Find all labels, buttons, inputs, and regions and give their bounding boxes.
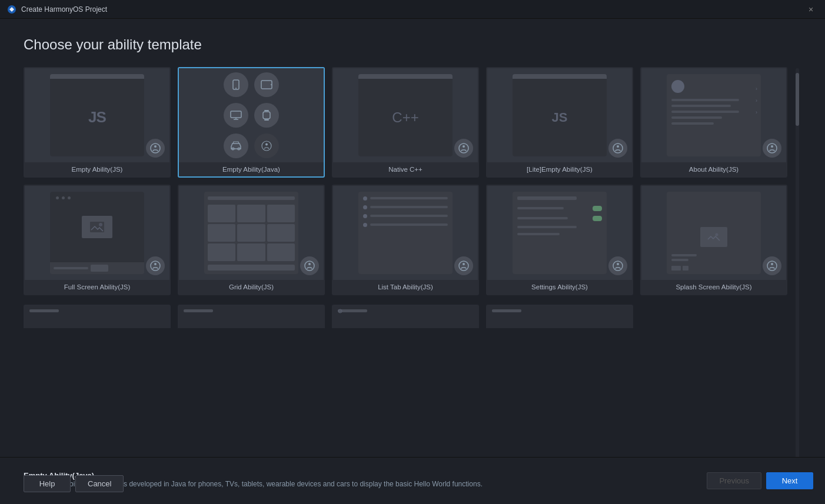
template-card-empty-ability-js[interactable]: JS Empty Ability(JS) [24,67,171,178]
selected-info: Empty Ability(Java) This Feature Ability… [24,471,801,488]
scrollbar[interactable] [793,67,801,457]
template-preview-splash [641,186,786,280]
help-button[interactable]: Help [24,475,71,492]
template-name-listtab: List Tab Ability(JS) [375,283,435,291]
template-name-empty-ability-js: Empty Ability(JS) [69,166,125,173]
harmony-badge-fullscreen [146,256,165,275]
svg-point-17 [459,143,468,153]
svg-point-19 [613,143,623,153]
partial-card-5 [640,305,787,328]
template-card-empty-ability-java[interactable]: Empty Ability(Java) [178,67,325,178]
svg-point-15 [262,141,271,151]
svg-point-2 [154,145,157,148]
svg-point-32 [617,263,619,265]
partial-card-1[interactable] [24,305,171,328]
template-preview-lite-js: JS [487,68,632,162]
templates-area: JS Empty Ability(JS) [24,67,801,457]
svg-point-30 [463,263,465,265]
template-card-settings[interactable]: Settings Ability(JS) [486,185,633,295]
template-name-empty-ability-java: Empty Ability(Java) [220,166,282,173]
partial-card-3[interactable] [332,305,479,328]
svg-rect-5 [261,81,272,89]
cancel-button[interactable]: Cancel [75,475,124,492]
svg-point-31 [613,261,623,271]
template-preview-listtab [333,186,478,280]
template-name-lite-empty-js: [Lite]Empty Ability(JS) [524,166,595,173]
svg-rect-10 [263,112,270,119]
selected-template-description: This Feature Ability template was develo… [24,480,801,488]
footer-right-buttons: Previous Next [707,457,825,504]
template-preview-js: JS [25,68,169,162]
template-card-about-ability-js[interactable]: › › › About [640,67,787,178]
svg-point-34 [767,261,777,271]
template-name-about-ability-js: About Ability(JS) [687,166,741,173]
title-bar: Create HarmonyOS Project × [0,0,825,19]
template-preview-settings [487,186,632,280]
template-card-native-cpp[interactable]: C++ Native C++ [332,67,479,178]
harmony-badge-settings [608,256,627,275]
harmony-badge-splash [763,256,781,275]
harmony-badge-lite [608,139,627,158]
watch-icon [254,103,279,128]
template-name-grid: Grid Ability(JS) [227,283,276,291]
template-card-grid[interactable]: Grid Ability(JS) [178,185,325,295]
template-preview-grid [179,186,324,280]
svg-point-25 [151,261,160,271]
tv-icon [224,103,248,128]
svg-point-37 [340,311,341,312]
harmony-badge-java-inner [254,133,279,158]
svg-point-4 [235,88,237,89]
svg-point-29 [459,261,468,271]
svg-point-6 [271,84,272,85]
harmony-badge-listtab [454,256,473,275]
svg-point-27 [305,261,314,271]
harmony-badge-cpp [454,139,473,158]
partial-card-2[interactable] [178,305,325,328]
template-card-fullscreen[interactable]: Full Screen Ability(JS) [24,185,171,295]
footer: Empty Ability(Java) This Feature Ability… [0,457,825,504]
template-name-settings: Settings Ability(JS) [529,283,590,291]
template-preview-java [179,68,324,162]
svg-point-16 [265,143,268,146]
template-name-native-cpp: Native C++ [386,166,425,173]
template-card-splash[interactable]: Splash Screen Ability(JS) [640,185,787,295]
phone-icon [224,72,248,97]
harmony-badge-js [146,139,165,158]
svg-point-22 [771,145,773,148]
harmony-badge-grid [300,256,319,275]
template-name-fullscreen: Full Screen Ability(JS) [62,283,132,291]
svg-point-20 [617,145,619,148]
template-card-listtab[interactable]: List Tab Ability(JS) [332,185,479,295]
close-button[interactable]: × [804,2,818,16]
svg-point-21 [767,143,777,153]
selected-template-name: Empty Ability(Java) [24,471,801,480]
next-button[interactable]: Next [766,472,813,489]
svg-point-1 [151,143,160,153]
svg-point-26 [154,263,157,265]
template-preview-cpp: C++ [333,68,478,162]
svg-point-35 [771,263,773,265]
template-card-lite-empty-js[interactable]: JS [Lite]Empty Ability(JS) [486,67,633,178]
svg-point-33 [715,233,718,236]
previous-button[interactable]: Previous [707,472,761,489]
templates-grid: JS Empty Ability(JS) [24,67,787,305]
tablet-icon [254,72,279,97]
template-name-splash: Splash Screen Ability(JS) [673,283,754,291]
svg-point-24 [99,223,102,226]
svg-point-28 [308,263,311,265]
app-icon [7,5,16,14]
svg-point-18 [463,145,465,148]
page-heading: Choose your ability template [24,36,801,53]
templates-grid-wrapper[interactable]: JS Empty Ability(JS) [24,67,793,457]
title-bar-title: Create HarmonyOS Project [21,5,107,14]
title-bar-left: Create HarmonyOS Project [7,5,107,14]
car-icon [224,133,248,158]
harmony-badge-about [763,139,781,158]
template-preview-about: › › › [641,68,786,162]
partial-card-4[interactable] [486,305,633,328]
svg-rect-7 [231,111,241,118]
scrollbar-thumb[interactable] [796,73,799,126]
footer-left-buttons: Help Cancel [24,475,124,492]
main-content: Choose your ability template JS [0,19,825,457]
template-preview-fullscreen [25,186,169,280]
